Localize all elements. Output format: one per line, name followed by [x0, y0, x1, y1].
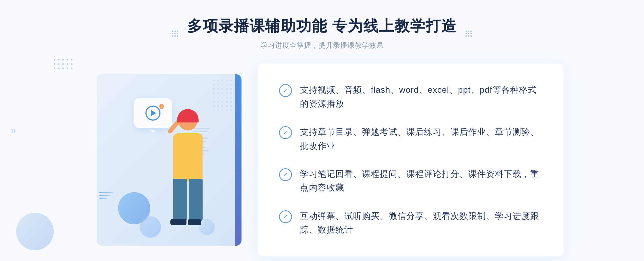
feature-item-2: ✓ 支持章节目录、弹题考试、课后练习、课后作业、章节测验、批改作业 — [279, 120, 542, 158]
feature-1-icon: ✓ — [279, 84, 292, 97]
feature-item-1: ✓ 支持视频、音频、flash、word、excel、ppt、pdf等各种格式的… — [279, 78, 542, 116]
deco-circle-large — [16, 213, 54, 250]
check-circle-4: ✓ — [279, 210, 292, 223]
feature-divider-2 — [258, 160, 564, 160]
feature-3-text: 学习笔记回看、课程提问、课程评论打分、课件资料下载，重点内容收藏 — [300, 167, 542, 195]
person-hand — [159, 104, 164, 109]
feature-1-text: 支持视频、音频、flash、word、excel、ppt、pdf等各种格式的资源… — [300, 83, 542, 110]
page-left-chevrons: » — [11, 125, 16, 136]
chevrons-decoration — [99, 192, 113, 199]
feature-2-text: 支持章节目录、弹题考试、课后练习、课后作业、章节测验、批改作业 — [300, 125, 542, 152]
check-icon-2: ✓ — [283, 129, 288, 136]
person-hair — [177, 109, 199, 122]
person-shirt-inner — [173, 133, 203, 181]
person-pants-left — [173, 179, 187, 222]
person-illustration — [156, 101, 209, 240]
person-shirt — [173, 133, 203, 181]
feature-2-icon: ✓ — [279, 126, 292, 139]
person-figure — [140, 101, 225, 246]
header-section: 多项录播课辅助功能 专为线上教学打造 学习进度全掌握，提升录播课教学效果 — [187, 16, 457, 50]
chevron-icon: » — [11, 125, 16, 136]
page-container: 多项录播课辅助功能 专为线上教学打造 学习进度全掌握，提升录播课教学效果 » — [0, 0, 644, 261]
check-circle-2: ✓ — [279, 126, 292, 139]
features-panel: ✓ 支持视频、音频、flash、word、excel、ppt、pdf等各种格式的… — [258, 64, 564, 256]
check-circle-1: ✓ — [279, 84, 292, 97]
check-circle-3: ✓ — [279, 168, 292, 181]
feature-divider-1 — [258, 118, 564, 118]
page-subtitle: 学习进度全掌握，提升录播课教学效果 — [187, 41, 457, 50]
check-icon-4: ✓ — [283, 213, 288, 221]
person-shoe-right — [188, 219, 201, 225]
content-area: ✓ 支持视频、音频、flash、word、excel、ppt、pdf等各种格式的… — [80, 64, 564, 256]
feature-3-icon: ✓ — [279, 168, 292, 181]
feature-4-icon: ✓ — [279, 210, 292, 223]
person-shoe-left — [170, 219, 186, 225]
illustration-area — [80, 64, 263, 256]
feature-4-text: 互动弹幕、试听购买、微信分享、观看次数限制、学习进度跟踪、数据统计 — [300, 209, 542, 237]
blue-accent-bar — [235, 74, 241, 246]
header-left-decoration — [171, 31, 179, 36]
check-icon-1: ✓ — [283, 87, 288, 94]
check-icon-3: ✓ — [283, 171, 288, 178]
feature-item-4: ✓ 互动弹幕、试听购买、微信分享、观看次数限制、学习进度跟踪、数据统计 — [279, 204, 542, 242]
dot-decoration-top-left — [54, 59, 72, 72]
illustration-background — [97, 74, 241, 246]
page-title: 多项录播课辅助功能 专为线上教学打造 — [187, 16, 457, 36]
header-right-decoration — [465, 31, 473, 36]
feature-divider-3 — [258, 202, 564, 202]
person-pants-right — [189, 179, 203, 222]
feature-item-3: ✓ 学习笔记回看、课程提问、课程评论打分、课件资料下载，重点内容收藏 — [279, 162, 542, 200]
